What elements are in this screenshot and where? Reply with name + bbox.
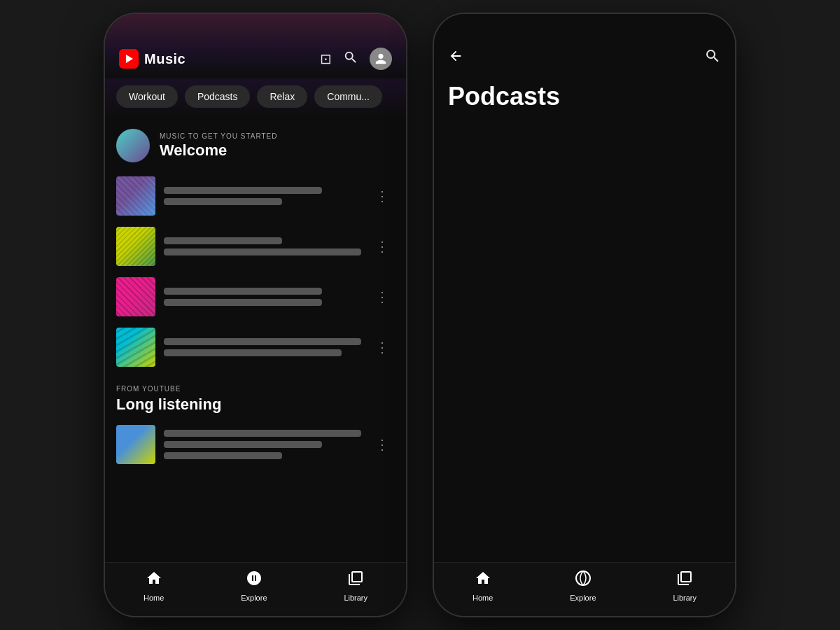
track-title-line [164, 288, 322, 295]
track-item[interactable]: ⋮ [116, 221, 395, 272]
long-listening-title: Long listening [116, 396, 395, 414]
library-icon [676, 570, 693, 591]
nav-explore-label: Explore [241, 594, 267, 602]
track-info-4 [164, 338, 361, 356]
nav-library-label: Library [344, 594, 368, 602]
track-artist-line [164, 198, 282, 205]
nav-explore-label-right: Explore [570, 594, 596, 602]
right-phone: Podcasts Start exploring [434, 14, 735, 616]
youtube-music-icon [119, 49, 139, 69]
left-bottom-nav: Home Explore Library [105, 562, 406, 616]
track-title-line [164, 237, 282, 244]
chip-relax[interactable]: Relax [257, 85, 307, 108]
track-info-3 [164, 288, 361, 306]
welcome-section-header: MUSIC TO GET YOU STARTED Welcome [116, 118, 395, 171]
right-header [434, 14, 735, 76]
track-artist-line [164, 248, 361, 255]
nav-home-label: Home [144, 594, 164, 602]
track-more-icon[interactable]: ⋮ [370, 185, 395, 207]
nav-explore[interactable]: Explore [241, 570, 267, 602]
track-thumbnail-2 [116, 227, 155, 266]
track-artist-line [164, 349, 342, 356]
left-phone: Music ⊡ Workout Podcasts Relax Commu... … [105, 14, 406, 616]
app-name: Music [144, 51, 186, 67]
library-icon [347, 570, 364, 591]
track-more-icon[interactable]: ⋮ [370, 336, 395, 358]
track-info-2 [164, 237, 361, 255]
svg-point-0 [576, 571, 590, 585]
track-thumbnail-4 [116, 328, 155, 367]
long-listening-subtitle: FROM YOUTUBE [116, 385, 395, 393]
track-item[interactable]: ⋮ [116, 419, 395, 470]
search-icon[interactable] [704, 48, 721, 68]
category-chips: Workout Podcasts Relax Commu... [105, 78, 406, 118]
header-actions: ⊡ [320, 48, 392, 70]
track-thumbnail-1 [116, 176, 155, 216]
track-thumbnail-3 [116, 277, 155, 316]
nav-library-right[interactable]: Library [673, 570, 696, 602]
welcome-avatar [116, 129, 150, 162]
explore-icon [575, 570, 592, 591]
track-item[interactable]: ⋮ [116, 171, 395, 221]
welcome-title-group: MUSIC TO GET YOU STARTED Welcome [160, 132, 277, 160]
podcasts-page-title: Podcasts [434, 76, 735, 562]
left-header: Music ⊡ [105, 14, 406, 78]
nav-library[interactable]: Library [344, 570, 368, 602]
nav-home-right[interactable]: Home [472, 570, 493, 602]
home-icon [475, 570, 491, 591]
cast-icon[interactable]: ⊡ [320, 50, 332, 67]
track-info-1 [164, 187, 361, 205]
track-title-line [164, 338, 361, 345]
chip-community[interactable]: Commu... [314, 85, 382, 108]
nav-home-label-right: Home [472, 594, 493, 602]
track-more-icon[interactable]: ⋮ [370, 286, 395, 308]
user-avatar[interactable] [370, 48, 392, 70]
track-artist-line [164, 441, 322, 448]
home-icon [146, 570, 162, 591]
track-item[interactable]: ⋮ [116, 272, 395, 322]
long-listening-section-header: FROM YOUTUBE Long listening [116, 372, 395, 419]
left-scroll-content: MUSIC TO GET YOU STARTED Welcome ⋮ ⋮ [105, 118, 406, 562]
track-title-line [164, 187, 322, 194]
nav-explore-right[interactable]: Explore [570, 570, 596, 602]
explore-icon [246, 570, 262, 591]
track-more-icon[interactable]: ⋮ [370, 433, 395, 456]
track-item[interactable]: ⋮ [116, 322, 395, 372]
welcome-subtitle: MUSIC TO GET YOU STARTED [160, 132, 277, 140]
search-icon[interactable] [343, 50, 358, 69]
welcome-title: Welcome [160, 141, 277, 160]
chip-workout[interactable]: Workout [116, 85, 178, 108]
track-extra-line [164, 452, 282, 459]
track-title-line [164, 430, 361, 437]
app-logo: Music [119, 49, 186, 69]
track-thumbnail-5 [116, 425, 155, 464]
chip-podcasts[interactable]: Podcasts [185, 85, 251, 108]
track-more-icon[interactable]: ⋮ [370, 235, 395, 258]
back-button[interactable] [448, 48, 463, 68]
nav-home[interactable]: Home [144, 570, 164, 602]
track-artist-line [164, 299, 322, 306]
right-bottom-nav: Home Explore Library [434, 562, 735, 616]
track-info-5 [164, 430, 361, 459]
nav-library-label-right: Library [673, 594, 696, 602]
